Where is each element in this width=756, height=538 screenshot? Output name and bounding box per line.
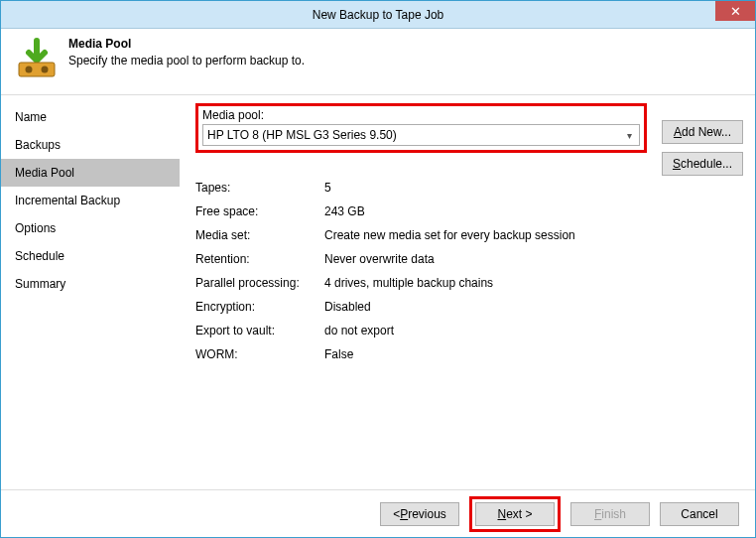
worm-label: WORM: <box>195 347 324 361</box>
wizard-body: Name Backups Media Pool Incremental Back… <box>1 95 755 489</box>
sidebar-item-name[interactable]: Name <box>1 103 180 131</box>
sidebar-item-incremental-backup[interactable]: Incremental Backup <box>1 187 180 214</box>
wizard-steps-sidebar: Name Backups Media Pool Incremental Back… <box>1 95 180 489</box>
retention-label: Retention: <box>195 252 324 266</box>
next-button[interactable]: Next > <box>475 502 555 526</box>
media-set-label: Media set: <box>195 228 324 242</box>
info-row-worm: WORM: False <box>195 347 739 361</box>
info-row-tapes: Tapes: 5 <box>195 181 739 195</box>
info-row-export: Export to vault: do not export <box>195 324 739 337</box>
media-pool-highlight: Media pool: HP LTO 8 (HP MSL G3 Series 9… <box>195 103 647 153</box>
close-icon: ✕ <box>730 4 741 19</box>
worm-value: False <box>324 347 353 361</box>
wizard-header-text: Media Pool Specify the media pool to per… <box>68 37 305 67</box>
media-pool-selected-value: HP LTO 8 (HP MSL G3 Series 9.50) <box>207 128 397 142</box>
finish-button: Finish <box>570 502 650 526</box>
info-row-parallel: Parallel processing: 4 drives, multiple … <box>195 276 739 290</box>
encryption-label: Encryption: <box>195 300 324 314</box>
tapes-label: Tapes: <box>195 181 324 195</box>
media-pool-dropdown[interactable]: HP LTO 8 (HP MSL G3 Series 9.50) ▾ <box>202 124 640 146</box>
parallel-label: Parallel processing: <box>195 276 324 290</box>
sidebar-item-media-pool[interactable]: Media Pool <box>1 159 180 187</box>
encryption-value: Disabled <box>324 300 371 314</box>
window-title: New Backup to Tape Job <box>313 8 444 22</box>
retention-value: Never overwrite data <box>324 252 435 266</box>
sidebar-item-options[interactable]: Options <box>1 214 180 242</box>
info-row-retention: Retention: Never overwrite data <box>195 252 739 266</box>
wizard-window: New Backup to Tape Job ✕ Media Pool Spec… <box>0 0 756 538</box>
free-space-value: 243 GB <box>324 204 365 218</box>
close-button[interactable]: ✕ <box>715 1 755 21</box>
svg-point-2 <box>42 67 49 73</box>
wizard-content: Media pool: HP LTO 8 (HP MSL G3 Series 9… <box>180 95 755 489</box>
sidebar-item-schedule[interactable]: Schedule <box>1 242 180 270</box>
cancel-button[interactable]: Cancel <box>660 502 739 526</box>
side-buttons: Add New... Schedule... <box>662 120 743 176</box>
media-pool-info: Tapes: 5 Free space: 243 GB Media set: C… <box>195 181 739 361</box>
tape-icon <box>15 37 59 80</box>
wizard-header: Media Pool Specify the media pool to per… <box>1 29 755 95</box>
export-value: do not export <box>324 324 394 337</box>
svg-rect-0 <box>19 63 55 76</box>
info-row-encryption: Encryption: Disabled <box>195 300 739 314</box>
next-button-highlight: Next > <box>469 496 561 532</box>
tapes-value: 5 <box>324 181 331 195</box>
wizard-footer: < Previous Next > Finish Cancel <box>1 489 755 537</box>
page-title: Media Pool <box>68 37 305 51</box>
parallel-value: 4 drives, multiple backup chains <box>324 276 493 290</box>
schedule-button[interactable]: Schedule... <box>662 152 743 176</box>
sidebar-item-backups[interactable]: Backups <box>1 131 180 159</box>
info-row-free-space: Free space: 243 GB <box>195 204 739 218</box>
titlebar: New Backup to Tape Job ✕ <box>1 1 755 29</box>
add-new-button[interactable]: Add New... <box>662 120 743 144</box>
page-subtitle: Specify the media pool to perform backup… <box>68 54 305 67</box>
chevron-down-icon: ▾ <box>621 126 637 144</box>
sidebar-item-summary[interactable]: Summary <box>1 270 180 298</box>
info-row-media-set: Media set: Create new media set for ever… <box>195 228 739 242</box>
media-set-value: Create new media set for every backup se… <box>324 228 575 242</box>
export-label: Export to vault: <box>195 324 324 337</box>
free-space-label: Free space: <box>195 204 324 218</box>
media-pool-label: Media pool: <box>202 108 640 122</box>
previous-button[interactable]: < Previous <box>380 502 459 526</box>
svg-point-1 <box>26 67 33 73</box>
